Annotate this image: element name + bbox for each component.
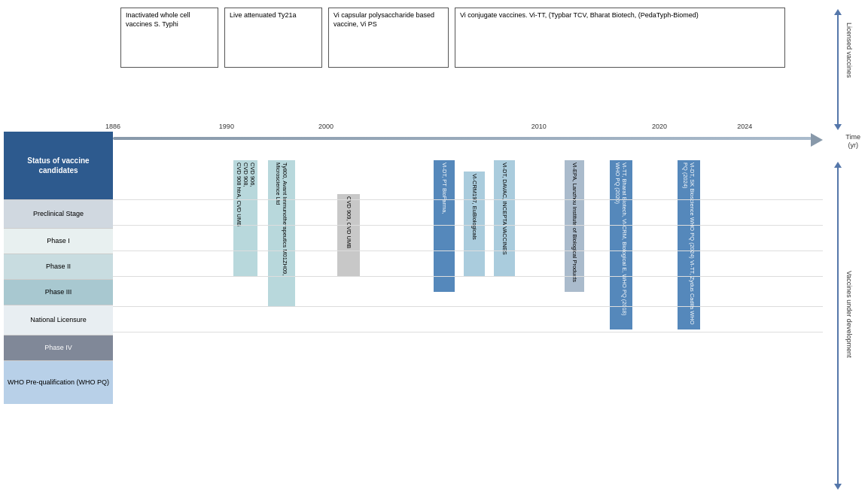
licensed-label-text: Licensed vaccines	[845, 23, 853, 78]
year-2010: 2010	[531, 123, 547, 130]
dev-label-text: Vaccines under development	[845, 271, 853, 357]
arrow-up-dev	[834, 162, 842, 168]
bar-vidt-davac: Vi-DT, DAVAC, INCEPTA VACCINES	[494, 160, 515, 277]
bar-vidt-ptbiofarma: Vi-DT, PT BioFarma,	[434, 160, 455, 292]
whopq-label: WHO Pre-qualification (WHO PQ)	[8, 378, 109, 387]
dev-arrow	[834, 162, 842, 490]
arrow-up-licensed	[834, 9, 842, 15]
phase1-label: Phase I	[47, 237, 70, 245]
national-label: National Licensure	[30, 316, 87, 324]
year-2020: 2020	[652, 123, 667, 130]
bar-cvd909-label: CVD 909, CVD UMB	[345, 194, 353, 250]
bar-vitt-bharat-label: Vi-TT, Bharat Biotech, Vi-CRM, Biologica…	[614, 160, 629, 329]
timeline-arrow	[811, 133, 823, 147]
phase2-label: Phase II	[46, 263, 71, 271]
year-2024: 2024	[737, 123, 752, 130]
sidebar-phase4: Phase IV	[4, 335, 113, 360]
sidebar-header-text: Status of vaccine candidates	[7, 156, 110, 175]
bar-ty800: Ty800, Avant Immunotherapeutics M01ZH09,…	[268, 160, 295, 307]
bar-viepa-lanzhou-label: Vi-EPA, Lanzhou Institute of Biological …	[571, 160, 579, 284]
bar-vidt-davac-label: Vi-DT, DAVAC, INCEPTA VACCINES	[501, 160, 509, 257]
phase4-label: Phase IV	[44, 344, 72, 352]
license-box-2-text: Live attenuated Ty21a	[230, 11, 296, 19]
year-1886: 1886	[105, 123, 120, 130]
preclinical-label: Preclinical Stage	[33, 210, 84, 218]
phase-line-6	[113, 332, 823, 332]
bar-vidt-ptbiofarma-label: Vi-DT, PT BioFarma,	[440, 160, 449, 217]
bar-viepa-lanzhou: Vi-EPA, Lanzhou Institute of Biological …	[565, 160, 584, 292]
license-boxes-row: Inactivated whole cell vaccines S. Typhi…	[120, 8, 785, 68]
bar-cvd906: CVD 906,CVD 908,CVD 908 htrA, CVD UMB	[233, 160, 257, 277]
license-box-1: Inactivated whole cell vaccines S. Typhi	[120, 8, 218, 68]
year-1990: 1990	[219, 123, 234, 130]
licensed-arrow	[834, 9, 842, 130]
phase3-label: Phase III	[45, 288, 72, 296]
sidebar-phase3: Phase III	[4, 279, 113, 305]
bar-vitt-bharat: Vi-TT, Bharat Biotech, Vi-CRM, Biologica…	[610, 160, 632, 329]
arrow-down-dev	[834, 484, 842, 490]
license-box-4-text: Vi conjugate vaccines. Vi-TT, (Typbar TC…	[460, 11, 699, 19]
sidebar-preclinical: Preclinical Stage	[4, 199, 113, 228]
bar-vicrm197: Vi-CRM197, EuBiologicals	[464, 172, 485, 277]
time-label: Time(yr)	[845, 133, 860, 150]
bar-vidt-sk-label: Vi-DT, SK Bioscience WHO PQ (2024) Vi-TT…	[681, 160, 696, 329]
chart-container: Inactivated whole cell vaccines S. Typhi…	[0, 0, 868, 501]
bar-vicrm197-label: Vi-CRM197, EuBiologicals	[471, 172, 479, 242]
license-box-3-text: Vi capsular polysaccharide based vaccine…	[333, 11, 434, 28]
licensed-label: Licensed vaccines	[845, 23, 862, 80]
sidebar-header: Status of vaccine candidates	[4, 132, 113, 199]
arrow-line-dev	[837, 168, 839, 484]
license-box-4: Vi conjugate vaccines. Vi-TT, (Typbar TC…	[455, 8, 785, 68]
sidebar-phase2: Phase II	[4, 254, 113, 279]
arrow-line-licensed	[837, 15, 839, 124]
bar-cvd909: CVD 909, CVD UMB	[337, 194, 360, 277]
license-box-2: Live attenuated Ty21a	[224, 8, 322, 68]
bar-cvd906-label: CVD 906,CVD 908,CVD 908 htrA, CVD UMB	[235, 160, 257, 229]
bar-ty800-label: Ty800, Avant Immunotherapeutics M01ZH09,…	[274, 160, 289, 307]
arrow-down-licensed	[834, 124, 842, 130]
timeline-bar	[113, 137, 812, 140]
sidebar-national: National Licensure	[4, 305, 113, 335]
year-2000: 2000	[318, 123, 333, 130]
timeline-axis: 1886 1990 2000 2010 2020 2024 Time(yr)	[113, 132, 823, 145]
dev-label: Vaccines under development	[845, 271, 862, 359]
sidebar-phase1: Phase I	[4, 228, 113, 254]
sidebar-whopq: WHO Pre-qualification (WHO PQ)	[4, 360, 113, 404]
license-box-3: Vi capsular polysaccharide based vaccine…	[328, 8, 449, 68]
bar-vidt-sk: Vi-DT, SK Bioscience WHO PQ (2024) Vi-TT…	[678, 160, 700, 329]
phase-line-5	[113, 306, 823, 307]
license-box-1-text: Inactivated whole cell vaccines S. Typhi	[126, 11, 190, 28]
sidebar: Status of vaccine candidates Preclinical…	[4, 132, 113, 404]
